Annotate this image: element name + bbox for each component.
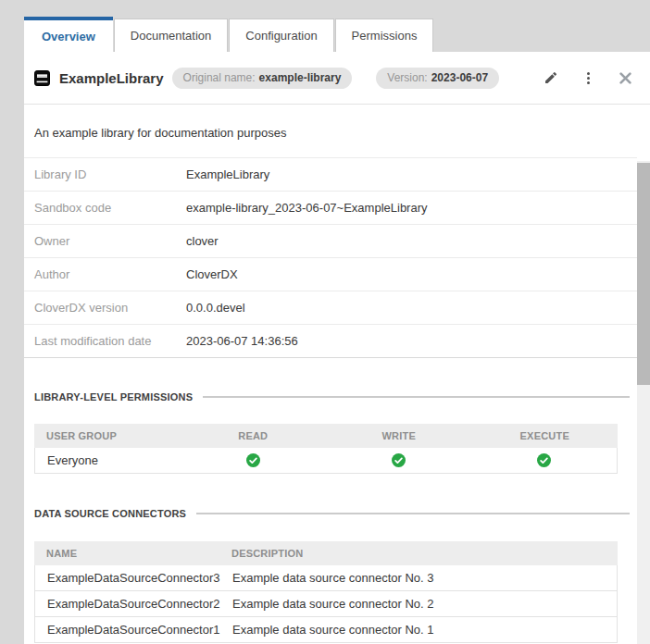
col-write: WRITE bbox=[326, 430, 472, 441]
detail-label: Owner bbox=[34, 234, 186, 248]
detail-value: example-library_2023-06-07~ExampleLibrar… bbox=[186, 201, 428, 215]
execute-granted-cell bbox=[471, 453, 617, 467]
user-group-cell: Everyone bbox=[35, 453, 181, 467]
tab-bar: Overview Documentation Configuration Per… bbox=[24, 17, 434, 52]
close-button[interactable] bbox=[618, 69, 632, 86]
permissions-section-title: LIBRARY-LEVEL PERMISSIONS bbox=[34, 391, 193, 402]
tab-configuration[interactable]: Configuration bbox=[229, 19, 333, 52]
connector-row[interactable]: ExampleDataSourceConnector3 Example data… bbox=[34, 565, 618, 591]
col-description: DESCRIPTION bbox=[231, 548, 618, 559]
connector-description: Example data source connector No. 1 bbox=[232, 623, 617, 637]
library-description: An example library for documentation pur… bbox=[34, 126, 637, 141]
connector-description: Example data source connector No. 3 bbox=[232, 571, 617, 585]
version-label: Version: bbox=[387, 71, 427, 84]
original-name-value: example-library bbox=[259, 71, 342, 84]
permissions-table-header: USER GROUP READ WRITE EXECUTE bbox=[34, 424, 618, 448]
library-detail-panel: ExampleLibrary Original name: example-li… bbox=[24, 52, 650, 644]
library-details-list: Library ID ExampleLibrary Sandbox code e… bbox=[24, 157, 637, 358]
write-granted-cell bbox=[326, 453, 471, 467]
connectors-section-title: DATA SOURCE CONNECTORS bbox=[34, 508, 186, 519]
close-icon bbox=[619, 72, 631, 84]
read-granted-cell bbox=[181, 453, 326, 467]
detail-value: ExampleLibrary bbox=[186, 167, 269, 181]
detail-row-author: Author CloverDX bbox=[24, 257, 637, 291]
pencil-edit-icon bbox=[544, 70, 558, 85]
check-circle-icon bbox=[392, 453, 406, 467]
col-read: READ bbox=[181, 430, 327, 441]
detail-label: Sandbox code bbox=[34, 201, 186, 215]
tab-permissions[interactable]: Permissions bbox=[335, 19, 434, 52]
col-execute: EXECUTE bbox=[472, 430, 619, 441]
detail-label: CloverDX version bbox=[34, 301, 186, 315]
original-name-label: Original name: bbox=[183, 71, 256, 84]
version-value: 2023-06-07 bbox=[431, 71, 488, 84]
panel-header: ExampleLibrary Original name: example-li… bbox=[24, 52, 650, 105]
col-user-group: USER GROUP bbox=[34, 430, 181, 441]
connector-description: Example data source connector No. 2 bbox=[232, 597, 617, 611]
connector-name: ExampleDataSourceConnector3 bbox=[35, 571, 232, 585]
permissions-row-everyone: Everyone bbox=[34, 448, 618, 474]
header-actions bbox=[544, 69, 650, 86]
detail-label: Author bbox=[34, 267, 186, 281]
overview-content: An example library for documentation pur… bbox=[24, 105, 637, 644]
connectors-section-header: DATA SOURCE CONNECTORS bbox=[34, 507, 637, 520]
col-name: NAME bbox=[34, 548, 231, 559]
more-actions-button[interactable] bbox=[581, 69, 595, 86]
version-badge: Version: 2023-06-07 bbox=[376, 68, 499, 89]
check-circle-icon bbox=[537, 453, 551, 467]
detail-value: clover bbox=[186, 234, 219, 248]
detail-label: Last modification date bbox=[34, 334, 186, 348]
connector-row[interactable]: ExampleDataSourceConnector1 Example data… bbox=[34, 617, 618, 643]
tab-documentation[interactable]: Documentation bbox=[114, 19, 228, 52]
tab-overview[interactable]: Overview bbox=[24, 17, 113, 52]
edit-button[interactable] bbox=[544, 69, 558, 86]
detail-row-cloverdx-version: CloverDX version 0.0.0.devel bbox=[24, 291, 637, 324]
section-rule bbox=[196, 513, 630, 514]
connector-name: ExampleDataSourceConnector1 bbox=[35, 623, 232, 637]
connector-row[interactable]: ExampleDataSourceConnector2 Example data… bbox=[34, 591, 618, 617]
kebab-menu-icon bbox=[587, 72, 590, 75]
detail-row-library-id: Library ID ExampleLibrary bbox=[24, 157, 637, 191]
connectors-table-header: NAME DESCRIPTION bbox=[34, 541, 618, 565]
detail-row-sandbox-code: Sandbox code example-library_2023-06-07~… bbox=[24, 191, 637, 224]
scrollbar-thumb[interactable] bbox=[637, 163, 650, 385]
detail-row-last-modification: Last modification date 2023-06-07 14:36:… bbox=[24, 324, 637, 357]
connectors-table: NAME DESCRIPTION ExampleDataSourceConnec… bbox=[34, 541, 618, 643]
detail-value: 0.0.0.devel bbox=[186, 301, 245, 315]
detail-value: CloverDX bbox=[186, 267, 238, 281]
detail-row-owner: Owner clover bbox=[24, 224, 637, 257]
connector-name: ExampleDataSourceConnector2 bbox=[35, 597, 232, 611]
library-book-icon bbox=[34, 70, 50, 86]
library-title: ExampleLibrary bbox=[59, 70, 164, 86]
section-rule bbox=[203, 396, 630, 398]
check-circle-icon bbox=[246, 453, 260, 467]
detail-value: 2023-06-07 14:36:56 bbox=[186, 334, 298, 348]
original-name-badge: Original name: example-library bbox=[172, 68, 353, 89]
permissions-table: USER GROUP READ WRITE EXECUTE Everyone bbox=[34, 424, 618, 474]
permissions-section-header: LIBRARY-LEVEL PERMISSIONS bbox=[34, 390, 637, 403]
detail-label: Library ID bbox=[34, 167, 186, 181]
vertical-scrollbar[interactable] bbox=[637, 161, 650, 644]
